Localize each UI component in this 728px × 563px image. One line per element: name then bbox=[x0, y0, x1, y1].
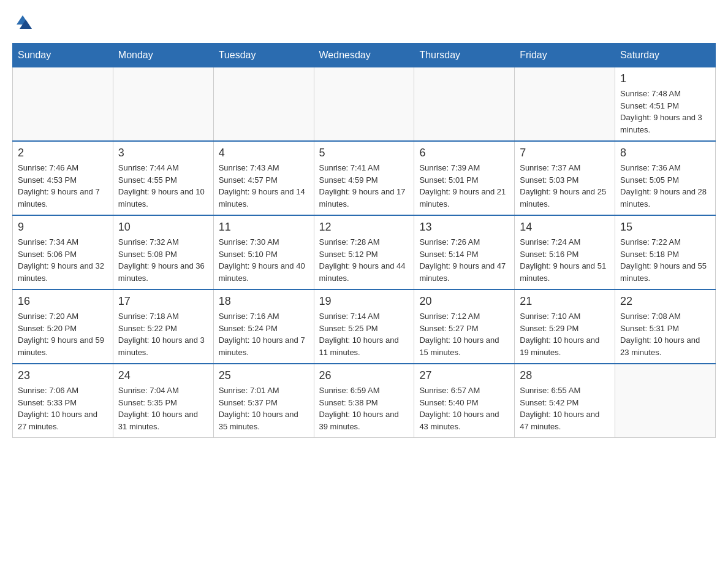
calendar-cell bbox=[113, 67, 213, 142]
day-number: 20 bbox=[419, 295, 509, 308]
day-number: 28 bbox=[520, 369, 610, 382]
day-number: 5 bbox=[319, 147, 409, 159]
day-of-week-header: Monday bbox=[113, 44, 213, 67]
day-info: Sunrise: 7:26 AMSunset: 5:14 PMDaylight:… bbox=[419, 236, 509, 284]
day-number: 19 bbox=[319, 295, 409, 308]
calendar-cell: 21Sunrise: 7:10 AMSunset: 5:29 PMDayligh… bbox=[515, 289, 615, 364]
calendar-cell bbox=[314, 67, 414, 142]
calendar-week-row: 2Sunrise: 7:46 AMSunset: 4:53 PMDaylight… bbox=[13, 141, 716, 215]
day-number: 10 bbox=[118, 221, 208, 234]
day-info: Sunrise: 7:39 AMSunset: 5:01 PMDaylight:… bbox=[419, 162, 509, 210]
day-info: Sunrise: 6:59 AMSunset: 5:38 PMDaylight:… bbox=[319, 385, 409, 432]
calendar-cell bbox=[414, 67, 515, 142]
day-info: Sunrise: 7:18 AMSunset: 5:22 PMDaylight:… bbox=[118, 310, 208, 358]
calendar-cell: 16Sunrise: 7:20 AMSunset: 5:20 PMDayligh… bbox=[13, 289, 113, 364]
day-of-week-header: Sunday bbox=[13, 44, 113, 67]
day-info: Sunrise: 7:12 AMSunset: 5:27 PMDaylight:… bbox=[419, 310, 509, 358]
calendar-week-row: 23Sunrise: 7:06 AMSunset: 5:33 PMDayligh… bbox=[13, 364, 716, 438]
calendar-header-row: SundayMondayTuesdayWednesdayThursdayFrid… bbox=[13, 44, 716, 67]
day-info: Sunrise: 7:44 AMSunset: 4:55 PMDaylight:… bbox=[118, 162, 208, 210]
day-info: Sunrise: 7:01 AMSunset: 5:37 PMDaylight:… bbox=[219, 385, 309, 432]
calendar-cell: 18Sunrise: 7:16 AMSunset: 5:24 PMDayligh… bbox=[213, 289, 314, 364]
day-info: Sunrise: 7:32 AMSunset: 5:08 PMDaylight:… bbox=[118, 236, 208, 284]
day-number: 14 bbox=[520, 221, 610, 234]
day-info: Sunrise: 7:37 AMSunset: 5:03 PMDaylight:… bbox=[520, 162, 610, 210]
logo bbox=[12, 12, 33, 31]
calendar-cell: 17Sunrise: 7:18 AMSunset: 5:22 PMDayligh… bbox=[113, 289, 213, 364]
day-of-week-header: Tuesday bbox=[213, 44, 314, 67]
calendar-cell: 25Sunrise: 7:01 AMSunset: 5:37 PMDayligh… bbox=[213, 364, 314, 438]
calendar-cell bbox=[515, 67, 615, 142]
day-number: 13 bbox=[419, 221, 509, 234]
day-of-week-header: Friday bbox=[515, 44, 615, 67]
calendar-table: SundayMondayTuesdayWednesdayThursdayFrid… bbox=[12, 43, 716, 438]
day-info: Sunrise: 7:06 AMSunset: 5:33 PMDaylight:… bbox=[18, 385, 108, 432]
day-number: 22 bbox=[620, 295, 710, 308]
day-number: 2 bbox=[18, 147, 108, 159]
calendar-cell: 24Sunrise: 7:04 AMSunset: 5:35 PMDayligh… bbox=[113, 364, 213, 438]
day-info: Sunrise: 7:14 AMSunset: 5:25 PMDaylight:… bbox=[319, 310, 409, 358]
calendar-cell: 15Sunrise: 7:22 AMSunset: 5:18 PMDayligh… bbox=[615, 215, 716, 289]
calendar-cell bbox=[213, 67, 314, 142]
day-number: 3 bbox=[118, 147, 208, 159]
calendar-cell: 10Sunrise: 7:32 AMSunset: 5:08 PMDayligh… bbox=[113, 215, 213, 289]
day-number: 1 bbox=[620, 72, 710, 85]
day-number: 8 bbox=[620, 147, 710, 159]
day-number: 27 bbox=[419, 369, 509, 382]
day-info: Sunrise: 7:36 AMSunset: 5:05 PMDaylight:… bbox=[620, 162, 710, 210]
calendar-cell: 5Sunrise: 7:41 AMSunset: 4:59 PMDaylight… bbox=[314, 141, 414, 215]
day-number: 12 bbox=[319, 221, 409, 234]
day-number: 4 bbox=[219, 147, 309, 159]
calendar-cell: 2Sunrise: 7:46 AMSunset: 4:53 PMDaylight… bbox=[13, 141, 113, 215]
calendar-cell: 20Sunrise: 7:12 AMSunset: 5:27 PMDayligh… bbox=[414, 289, 515, 364]
day-number: 7 bbox=[520, 147, 610, 159]
day-info: Sunrise: 7:46 AMSunset: 4:53 PMDaylight:… bbox=[18, 162, 108, 210]
calendar-cell: 28Sunrise: 6:55 AMSunset: 5:42 PMDayligh… bbox=[515, 364, 615, 438]
calendar-week-row: 1Sunrise: 7:48 AMSunset: 4:51 PMDaylight… bbox=[13, 67, 716, 142]
calendar-week-row: 9Sunrise: 7:34 AMSunset: 5:06 PMDaylight… bbox=[13, 215, 716, 289]
day-number: 6 bbox=[419, 147, 509, 159]
day-info: Sunrise: 6:57 AMSunset: 5:40 PMDaylight:… bbox=[419, 385, 509, 432]
calendar-cell: 27Sunrise: 6:57 AMSunset: 5:40 PMDayligh… bbox=[414, 364, 515, 438]
day-number: 24 bbox=[118, 369, 208, 382]
day-info: Sunrise: 7:28 AMSunset: 5:12 PMDaylight:… bbox=[319, 236, 409, 284]
day-number: 16 bbox=[18, 295, 108, 308]
calendar-cell: 1Sunrise: 7:48 AMSunset: 4:51 PMDaylight… bbox=[615, 67, 716, 142]
calendar-cell: 8Sunrise: 7:36 AMSunset: 5:05 PMDaylight… bbox=[615, 141, 716, 215]
day-of-week-header: Thursday bbox=[414, 44, 515, 67]
calendar-cell: 3Sunrise: 7:44 AMSunset: 4:55 PMDaylight… bbox=[113, 141, 213, 215]
calendar-cell bbox=[615, 364, 716, 438]
day-info: Sunrise: 7:04 AMSunset: 5:35 PMDaylight:… bbox=[118, 385, 208, 432]
day-info: Sunrise: 7:24 AMSunset: 5:16 PMDaylight:… bbox=[520, 236, 610, 284]
calendar-cell: 12Sunrise: 7:28 AMSunset: 5:12 PMDayligh… bbox=[314, 215, 414, 289]
page-header bbox=[12, 12, 716, 31]
calendar-week-row: 16Sunrise: 7:20 AMSunset: 5:20 PMDayligh… bbox=[13, 289, 716, 364]
calendar-cell: 14Sunrise: 7:24 AMSunset: 5:16 PMDayligh… bbox=[515, 215, 615, 289]
day-of-week-header: Saturday bbox=[615, 44, 716, 67]
calendar-cell: 4Sunrise: 7:43 AMSunset: 4:57 PMDaylight… bbox=[213, 141, 314, 215]
day-number: 17 bbox=[118, 295, 208, 308]
day-number: 25 bbox=[219, 369, 309, 382]
day-info: Sunrise: 7:43 AMSunset: 4:57 PMDaylight:… bbox=[219, 162, 309, 210]
day-number: 21 bbox=[520, 295, 610, 308]
day-info: Sunrise: 7:08 AMSunset: 5:31 PMDaylight:… bbox=[620, 310, 710, 358]
calendar-cell: 19Sunrise: 7:14 AMSunset: 5:25 PMDayligh… bbox=[314, 289, 414, 364]
day-number: 18 bbox=[219, 295, 309, 308]
day-info: Sunrise: 7:30 AMSunset: 5:10 PMDaylight:… bbox=[219, 236, 309, 284]
calendar-cell: 9Sunrise: 7:34 AMSunset: 5:06 PMDaylight… bbox=[13, 215, 113, 289]
day-info: Sunrise: 7:20 AMSunset: 5:20 PMDaylight:… bbox=[18, 310, 108, 358]
day-info: Sunrise: 7:22 AMSunset: 5:18 PMDaylight:… bbox=[620, 236, 710, 284]
calendar-cell: 22Sunrise: 7:08 AMSunset: 5:31 PMDayligh… bbox=[615, 289, 716, 364]
calendar-cell bbox=[13, 67, 113, 142]
calendar-cell: 13Sunrise: 7:26 AMSunset: 5:14 PMDayligh… bbox=[414, 215, 515, 289]
day-info: Sunrise: 6:55 AMSunset: 5:42 PMDaylight:… bbox=[520, 385, 610, 432]
day-number: 9 bbox=[18, 221, 108, 234]
day-info: Sunrise: 7:48 AMSunset: 4:51 PMDaylight:… bbox=[620, 88, 710, 136]
day-info: Sunrise: 7:10 AMSunset: 5:29 PMDaylight:… bbox=[520, 310, 610, 358]
calendar-cell: 6Sunrise: 7:39 AMSunset: 5:01 PMDaylight… bbox=[414, 141, 515, 215]
day-number: 15 bbox=[620, 221, 710, 234]
calendar-cell: 26Sunrise: 6:59 AMSunset: 5:38 PMDayligh… bbox=[314, 364, 414, 438]
day-info: Sunrise: 7:41 AMSunset: 4:59 PMDaylight:… bbox=[319, 162, 409, 210]
calendar-cell: 11Sunrise: 7:30 AMSunset: 5:10 PMDayligh… bbox=[213, 215, 314, 289]
day-number: 26 bbox=[319, 369, 409, 382]
